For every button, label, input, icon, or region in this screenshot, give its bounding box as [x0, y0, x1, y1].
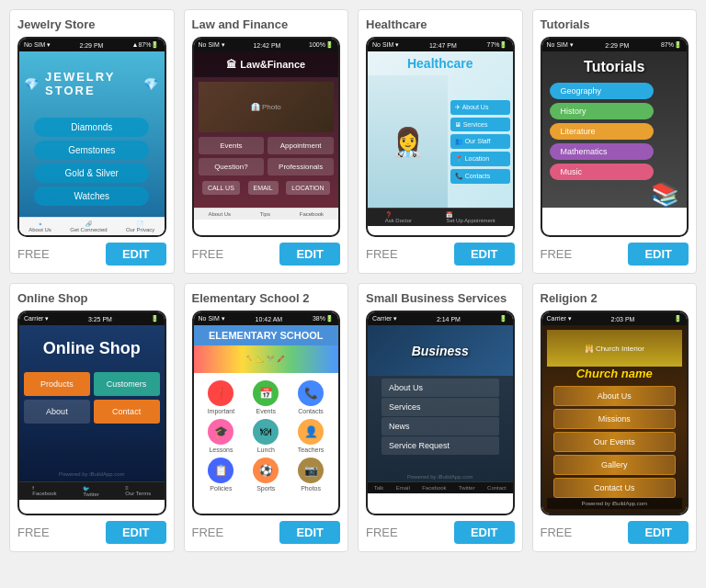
app-title: Business: [412, 344, 469, 358]
phone-frame: Carrier ▾ 3:25 PM 🔋 Online Shop Products…: [17, 311, 166, 515]
price-label: FREE: [192, 247, 224, 261]
menu-item[interactable]: Events: [199, 137, 265, 154]
menu-item[interactable]: 📋 Policies: [201, 458, 242, 492]
menu-item[interactable]: Geography: [550, 83, 654, 99]
menu-item[interactable]: 📞Contacts: [450, 169, 510, 184]
menu-item[interactable]: Mathematics: [550, 143, 654, 160]
menu-item[interactable]: 📍Location: [450, 152, 510, 166]
contact-row: CALL US EMAIL LOCATION: [199, 181, 335, 195]
menu-item[interactable]: 🍽 Lunch: [245, 419, 286, 453]
icon-circle: 📅: [253, 380, 279, 406]
edit-button[interactable]: EDIT: [454, 243, 515, 266]
edit-button[interactable]: EDIT: [279, 521, 340, 544]
card-tutorials: Tutorials No SIM ▾ 2:29 PM 87%🔋 Tutorial…: [532, 9, 698, 274]
icon-circle: 🍽: [253, 419, 279, 445]
menu-item[interactable]: About Us: [553, 386, 676, 406]
menu-item[interactable]: Contact Us: [553, 478, 676, 498]
app-header: Business: [368, 325, 513, 376]
app-title: Online Shop: [43, 339, 141, 358]
edit-button[interactable]: EDIT: [628, 521, 689, 544]
menu-item[interactable]: ⚽ Sports: [245, 458, 286, 492]
menu-item[interactable]: Gold & Silver: [34, 164, 149, 183]
contact-email[interactable]: EMAIL: [248, 181, 279, 195]
menu-item[interactable]: Watches: [34, 187, 149, 206]
menu-item[interactable]: Services: [381, 398, 499, 416]
menu-item[interactable]: 🎓 Lessons: [201, 419, 242, 453]
icon-circle: 👤: [298, 419, 324, 445]
app-title: Tutorials: [550, 59, 680, 75]
contact-call[interactable]: CALL US: [202, 181, 240, 195]
edit-button[interactable]: EDIT: [279, 243, 340, 266]
price-label: FREE: [541, 247, 573, 261]
card-title: Tutorials: [541, 17, 689, 31]
menu-item[interactable]: Professionals: [268, 158, 334, 175]
app-nav: About Us Tips Facebook: [194, 208, 339, 220]
rel-menu: About Us Missions Our Events Gallery Con…: [553, 386, 676, 498]
card-footer: FREE EDIT: [541, 521, 689, 544]
menu-item[interactable]: 📅 Events: [245, 380, 286, 414]
app-title: 💎 JEWELRY STORE 💎: [24, 70, 160, 97]
app-nav: ❓Ask Doctor 📅Set Up Appointment: [368, 208, 513, 226]
edit-button[interactable]: EDIT: [454, 521, 515, 544]
menu-item[interactable]: Products: [24, 372, 90, 396]
status-bar: No SIM ▾ 10:42 AM 38%🔋: [194, 312, 339, 325]
app-nav: fFacebook 🐦Twitter ≡Our Terms: [19, 481, 165, 500]
app-title: ELEMENTARY SCHOOL: [199, 330, 335, 341]
card-footer: FREE EDIT: [366, 521, 515, 544]
menu-item[interactable]: Gemstones: [34, 141, 149, 160]
menu-item[interactable]: History: [550, 103, 654, 119]
powered-by: Powered by iBuildApp.com: [368, 472, 513, 481]
phone-frame: No SIM ▾ 12:47 PM 77%🔋 Healthcare 👩‍⚕️ ✈…: [366, 37, 515, 237]
app-content: Tutorials Geography History Literature M…: [542, 51, 688, 208]
menu-item[interactable]: 🖥Services: [450, 118, 510, 131]
menu-item[interactable]: Gallery: [553, 455, 676, 475]
card-footer: FREE EDIT: [17, 521, 166, 544]
menu-item[interactable]: About: [24, 400, 90, 424]
icon-circle: 📋: [208, 458, 233, 483]
card-religion-2: Religion 2 Carrier ▾ 2:03 PM 🔋 🕌 Church …: [532, 283, 698, 552]
card-title: Religion 2: [541, 291, 689, 305]
status-bar: No SIM ▾ 12:47 PM 77%🔋: [368, 39, 513, 51]
menu-item[interactable]: About Us: [381, 379, 499, 397]
menu-item[interactable]: Appointment: [268, 137, 334, 154]
status-bar: No SIM ▾ 2:29 PM ▲87%🔋: [19, 39, 165, 51]
menu-item[interactable]: News: [381, 417, 499, 435]
card-title: Online Shop: [17, 291, 166, 305]
powered-by: Powered by iBuildApp.com: [547, 498, 683, 509]
menu-item[interactable]: 📷 Photos: [290, 458, 331, 492]
menu-item[interactable]: ✈About Us: [450, 100, 510, 115]
price-label: FREE: [541, 526, 573, 539]
menu-item[interactable]: Contact: [94, 400, 160, 424]
books-icon: 📚: [651, 181, 679, 208]
menu-item[interactable]: Missions: [553, 409, 676, 429]
app-grid: Jewelry Store No SIM ▾ 2:29 PM ▲87%🔋 💎 J…: [9, 9, 697, 552]
contact-location[interactable]: LOCATION: [286, 181, 329, 195]
status-bar: Carrier ▾ 2:14 PM 🔋: [368, 312, 513, 325]
menu-item[interactable]: Customers: [94, 372, 160, 396]
menu-item[interactable]: 📞 Contacts: [290, 380, 331, 414]
status-bar: No SIM ▾ 12:42 PM 100%🔋: [194, 39, 339, 51]
card-online-shop: Online Shop Carrier ▾ 3:25 PM 🔋 Online S…: [9, 283, 175, 552]
menu-item[interactable]: Literature: [550, 123, 654, 140]
price-label: FREE: [17, 526, 50, 539]
menu-item[interactable]: Music: [550, 164, 654, 180]
menu-item[interactable]: Our Events: [553, 432, 676, 452]
icon-circle: ❗: [208, 380, 233, 406]
menu-item[interactable]: 👤 Teachers: [290, 419, 331, 453]
shop-menu: Products Customers About Contact: [24, 372, 160, 424]
app-content: Online Shop Products Customers About Con…: [19, 325, 165, 481]
edit-button[interactable]: EDIT: [106, 243, 166, 266]
status-bar: Carrier ▾ 3:25 PM 🔋: [19, 312, 165, 325]
menu-item[interactable]: Service Request: [381, 436, 499, 455]
edit-button[interactable]: EDIT: [106, 521, 166, 544]
app-nav: Talk Email Facebook Twitter Contact: [368, 481, 513, 493]
card-elementary-school: Elementary School 2 No SIM ▾ 10:42 AM 38…: [184, 283, 349, 552]
edit-button[interactable]: EDIT: [628, 243, 689, 266]
card-footer: FREE EDIT: [17, 243, 166, 266]
menu-item[interactable]: Question?: [199, 158, 265, 175]
menu-item[interactable]: Diamonds: [34, 118, 149, 137]
app-header: 🏛 Law&Finance: [194, 51, 339, 77]
menu-item[interactable]: 👥Our Staff: [450, 134, 510, 149]
menu-item[interactable]: ❗ Important: [201, 380, 242, 414]
icon-circle: ⚽: [253, 458, 279, 483]
